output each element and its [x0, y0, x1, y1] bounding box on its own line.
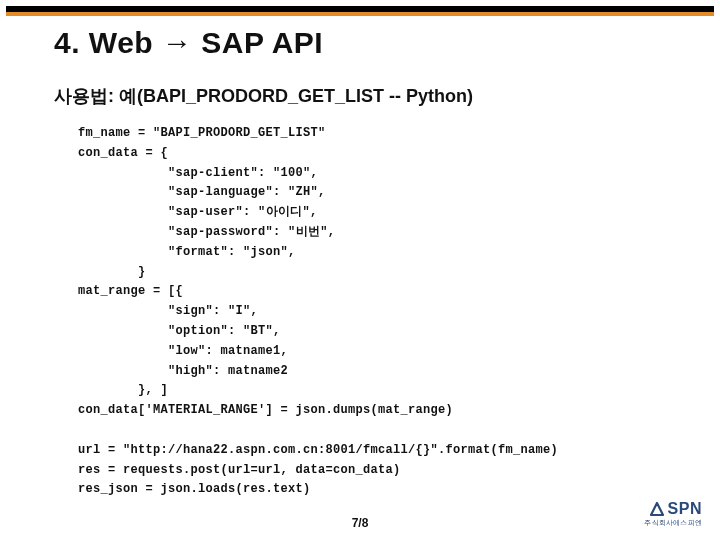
page-title: 4. Web → SAP API	[54, 26, 720, 60]
logo-subtitle: 주식회사에스피엔	[644, 518, 702, 528]
page-number: 7/8	[352, 516, 369, 530]
logo: SPN 주식회사에스피엔	[644, 500, 702, 528]
logo-main: SPN	[648, 500, 702, 518]
accent-bar	[6, 12, 714, 16]
logo-text: SPN	[668, 500, 702, 518]
code-block: fm_name = "BAPI_PRODORD_GET_LIST" con_da…	[78, 124, 720, 500]
logo-icon	[648, 500, 666, 518]
subtitle: 사용법: 예(BAPI_PRODORD_GET_LIST -- Python)	[54, 84, 720, 108]
